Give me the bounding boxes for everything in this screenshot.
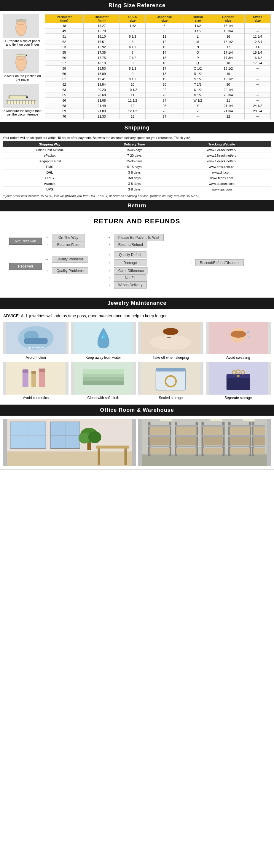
return-section: Return RETURN AND REFUNDS Not Received →… bbox=[0, 200, 274, 298]
jewelry-label-sleeping: Take off when sleeping bbox=[138, 355, 203, 360]
ring-step-1-img bbox=[3, 14, 39, 38]
quality-problems-1-box: Quality Problems bbox=[52, 256, 88, 263]
svg-rect-23 bbox=[9, 95, 27, 99]
svg-rect-46 bbox=[39, 369, 45, 372]
svg-rect-93 bbox=[175, 425, 198, 427]
col-british: Britishsize bbox=[184, 14, 212, 23]
received-box: Received bbox=[9, 263, 42, 270]
svg-text:💧: 💧 bbox=[100, 333, 107, 340]
svg-rect-96 bbox=[176, 427, 197, 435]
table-row: 5818.538 1/217Q 1/218 1/2··· bbox=[45, 66, 271, 71]
svg-point-9 bbox=[26, 55, 27, 56]
svg-rect-44 bbox=[31, 371, 36, 374]
svg-point-25 bbox=[26, 96, 28, 98]
on-the-way-box: On The Way bbox=[52, 234, 84, 241]
svg-rect-109 bbox=[228, 425, 251, 427]
svg-rect-104 bbox=[203, 427, 223, 435]
svg-rect-119 bbox=[253, 427, 266, 435]
resend-refund-discount-box: Resend/Refund/Discount bbox=[195, 259, 244, 266]
ring-size-section: Ring Size Reference bbox=[0, 0, 274, 122]
return-header: Return bbox=[0, 200, 274, 211]
col-diameter: Diameter(mm) bbox=[84, 14, 120, 23]
svg-rect-86 bbox=[148, 435, 171, 437]
svg-rect-8 bbox=[16, 55, 26, 56]
table-row: 6821.491225Y21 1/424 1/2 bbox=[45, 103, 271, 108]
jewelry-img-separate bbox=[206, 362, 271, 395]
jewelry-item-sweating: Avoid sweating bbox=[206, 322, 271, 360]
jewelry-img-sweating bbox=[206, 322, 271, 354]
not-fit-box: Not Fit bbox=[114, 274, 146, 281]
jewelry-label-separate: Separate storage bbox=[206, 396, 271, 400]
svg-rect-113 bbox=[230, 437, 250, 445]
svg-rect-97 bbox=[176, 437, 197, 445]
jewelry-item-cosmetics: Avoid cosmetics bbox=[3, 362, 68, 400]
ring-step-2-img bbox=[3, 49, 39, 73]
resend-refund-box: Resend/Refund bbox=[114, 241, 147, 248]
return-title: RETURN AND REFUNDS bbox=[3, 217, 271, 225]
svg-rect-98 bbox=[176, 447, 197, 454]
col-usa: U.S.Asize bbox=[120, 14, 145, 23]
svg-rect-103 bbox=[202, 445, 225, 447]
svg-rect-85 bbox=[148, 425, 171, 427]
svg-rect-64 bbox=[7, 452, 132, 466]
ring-step-1-text: 1.Prepare a slip of paper and tie it on … bbox=[3, 39, 42, 46]
svg-rect-89 bbox=[150, 437, 170, 445]
jewelry-grid: sponge/glove Avoid friction 💧 Keep away … bbox=[3, 322, 271, 400]
table-row: 6520.681123V 1/220 3/4··· bbox=[45, 92, 271, 98]
svg-rect-116 bbox=[252, 425, 265, 427]
warehouse-img bbox=[138, 419, 271, 466]
not-received-box: Not Received bbox=[9, 238, 42, 245]
table-row: 5216.51612M16 1/212 3/4 bbox=[45, 39, 271, 44]
table-row: EMS5-15 dayswww.ems.com.cn bbox=[3, 164, 271, 170]
jewelry-section: Jewelry Maintenance ADVICE: ALL jewelrie… bbox=[0, 298, 274, 405]
table-row: 6320.2010 1/222U 1/220 1/4··· bbox=[45, 87, 271, 92]
shipping-table: Shipping Way Delivery Time Tracking Webs… bbox=[3, 141, 271, 192]
col-perimeter: Perimeter(mm) bbox=[45, 14, 84, 23]
svg-rect-50 bbox=[82, 369, 124, 374]
svg-rect-87 bbox=[148, 445, 171, 447]
jewelry-item-separate: Separate storage bbox=[206, 362, 271, 400]
svg-rect-118 bbox=[252, 445, 265, 447]
svg-point-59 bbox=[237, 375, 239, 377]
office-room-img bbox=[3, 419, 136, 466]
col-german: Germansize bbox=[212, 14, 245, 23]
svg-rect-123 bbox=[211, 419, 222, 421]
ship-col-tracking: Tracking Website bbox=[172, 141, 271, 147]
svg-rect-117 bbox=[252, 435, 265, 437]
wrong-delivery-box: Wrong Delivery bbox=[114, 281, 147, 288]
shipping-note: Your orders will be shipped out within 4… bbox=[3, 136, 271, 140]
table-row: 5116.105 1/211L1611 3/4 bbox=[45, 34, 271, 39]
jewelry-item-friction: sponge/glove Avoid friction bbox=[3, 322, 68, 360]
table-row: 5517.35714O17 1/415 1/4 bbox=[45, 50, 271, 55]
jewelry-item-water: 💧 Keep away from water bbox=[71, 322, 136, 360]
ring-step-2-text: 2.Mark on the junction on the paper bbox=[3, 74, 42, 81]
please-wait-box: Please Be Patient To Wait bbox=[114, 234, 164, 241]
table-row: 6219.841020T 1/220··· bbox=[45, 82, 271, 87]
svg-rect-51 bbox=[82, 381, 124, 385]
svg-rect-122 bbox=[160, 419, 172, 421]
svg-point-24 bbox=[8, 96, 10, 98]
jewelry-img-cloth bbox=[71, 362, 136, 395]
jewelry-img-water: 💧 bbox=[71, 322, 136, 354]
table-row: 5617.757 1/215P17 3/416 1/2 bbox=[45, 55, 271, 60]
svg-rect-121 bbox=[253, 447, 266, 454]
svg-rect-105 bbox=[203, 437, 223, 445]
jewelry-label-sweating: Avoid sweating bbox=[206, 355, 271, 360]
table-row: ePacket7-20 dayswww.17track.net/en/ bbox=[3, 153, 271, 158]
ring-size-table: Perimeter(mm) Diameter(mm) U.S.Asize Jap… bbox=[45, 14, 271, 119]
table-row: China Post Air Mail15-45 dayswww.17track… bbox=[3, 147, 271, 153]
jewelry-label-sealed: Sealed storoge bbox=[138, 396, 203, 400]
table-row: DHL3-8 dayswww.dhl.com bbox=[3, 170, 271, 175]
svg-rect-81 bbox=[142, 455, 267, 466]
table-row: 4915.7059J 1/215 3/4··· bbox=[45, 28, 271, 34]
table-row: 6921.8912 1/226Z21 3/428 3/4 bbox=[45, 108, 271, 114]
return-diagram: Not Received → On The Way → Please Be Pa bbox=[3, 231, 271, 291]
svg-rect-124 bbox=[243, 419, 255, 421]
svg-rect-88 bbox=[150, 427, 170, 435]
svg-rect-101 bbox=[202, 425, 225, 427]
svg-rect-41 bbox=[23, 371, 28, 387]
svg-rect-95 bbox=[175, 445, 198, 447]
svg-rect-76 bbox=[97, 445, 129, 448]
svg-rect-102 bbox=[202, 435, 225, 437]
svg-rect-29 bbox=[24, 338, 48, 344]
